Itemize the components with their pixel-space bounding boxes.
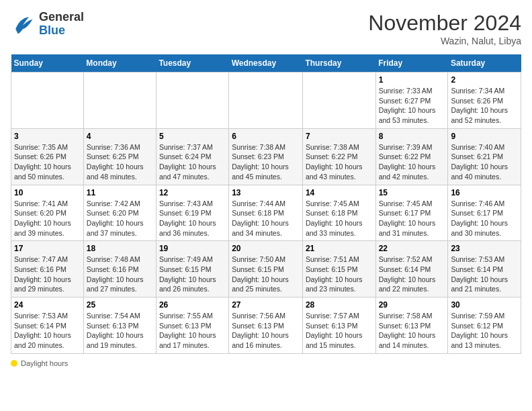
day-cell: 14Sunrise: 7:45 AM Sunset: 6:18 PM Dayli…: [302, 185, 375, 241]
day-cell: 15Sunrise: 7:45 AM Sunset: 6:17 PM Dayli…: [375, 185, 448, 241]
legend-daylight: Daylight hours: [11, 359, 68, 367]
day-cell: 27Sunrise: 7:56 AM Sunset: 6:13 PM Dayli…: [229, 298, 303, 354]
day-number: 14: [306, 188, 373, 197]
logo-icon: [11, 12, 35, 36]
day-header-monday: Monday: [83, 54, 156, 73]
day-cell: 21Sunrise: 7:51 AM Sunset: 6:15 PM Dayli…: [302, 241, 375, 298]
day-number: 11: [87, 188, 153, 197]
day-number: 21: [306, 244, 373, 253]
day-cell: 29Sunrise: 7:58 AM Sunset: 6:13 PM Dayli…: [375, 298, 448, 354]
day-number: 16: [451, 188, 518, 197]
day-number: 4: [87, 132, 153, 141]
legend-dot-daylight: [11, 360, 17, 367]
day-cell: 6Sunrise: 7:38 AM Sunset: 6:23 PM Daylig…: [229, 128, 303, 185]
day-cell: 9Sunrise: 7:40 AM Sunset: 6:21 PM Daylig…: [448, 128, 521, 185]
day-info: Sunrise: 7:45 AM Sunset: 6:17 PM Dayligh…: [379, 199, 445, 238]
day-info: Sunrise: 7:36 AM Sunset: 6:25 PM Dayligh…: [87, 142, 153, 182]
day-number: 26: [159, 300, 226, 310]
day-header-saturday: Saturday: [448, 54, 521, 73]
day-number: 23: [451, 244, 518, 253]
day-cell: 3Sunrise: 7:35 AM Sunset: 6:26 PM Daylig…: [11, 128, 84, 185]
day-number: 29: [379, 300, 445, 310]
day-number: 17: [14, 244, 81, 253]
day-number: 12: [159, 188, 226, 197]
day-header-tuesday: Tuesday: [156, 54, 228, 73]
day-cell: [302, 73, 375, 129]
week-row-3: 10Sunrise: 7:41 AM Sunset: 6:20 PM Dayli…: [11, 185, 521, 241]
day-info: Sunrise: 7:48 AM Sunset: 6:16 PM Dayligh…: [87, 255, 153, 294]
day-header-sunday: Sunday: [11, 54, 84, 73]
day-cell: 13Sunrise: 7:44 AM Sunset: 6:18 PM Dayli…: [229, 185, 303, 241]
day-cell: 28Sunrise: 7:57 AM Sunset: 6:13 PM Dayli…: [302, 298, 375, 354]
header-row: SundayMondayTuesdayWednesdayThursdayFrid…: [11, 54, 521, 73]
week-row-5: 24Sunrise: 7:53 AM Sunset: 6:14 PM Dayli…: [11, 298, 521, 354]
month-title: November 2024: [368, 11, 521, 36]
day-cell: 7Sunrise: 7:38 AM Sunset: 6:22 PM Daylig…: [302, 128, 375, 185]
day-number: 2: [451, 75, 518, 85]
title-block: November 2024 Wazin, Nalut, Libya: [368, 11, 521, 46]
day-cell: 18Sunrise: 7:48 AM Sunset: 6:16 PM Dayli…: [83, 241, 156, 298]
day-info: Sunrise: 7:47 AM Sunset: 6:16 PM Dayligh…: [14, 255, 81, 294]
day-cell: 24Sunrise: 7:53 AM Sunset: 6:14 PM Dayli…: [11, 298, 84, 354]
day-number: 15: [379, 188, 445, 197]
day-header-thursday: Thursday: [302, 54, 375, 73]
day-number: 13: [232, 188, 300, 197]
day-cell: 25Sunrise: 7:54 AM Sunset: 6:13 PM Dayli…: [83, 298, 156, 354]
day-info: Sunrise: 7:59 AM Sunset: 6:12 PM Dayligh…: [451, 311, 518, 351]
day-number: 30: [451, 300, 518, 310]
day-cell: 10Sunrise: 7:41 AM Sunset: 6:20 PM Dayli…: [11, 185, 84, 241]
day-number: 27: [232, 300, 300, 310]
day-number: 9: [451, 132, 518, 141]
day-cell: 8Sunrise: 7:39 AM Sunset: 6:22 PM Daylig…: [375, 128, 448, 185]
day-info: Sunrise: 7:38 AM Sunset: 6:22 PM Dayligh…: [306, 142, 373, 182]
day-info: Sunrise: 7:38 AM Sunset: 6:23 PM Dayligh…: [232, 142, 300, 182]
day-info: Sunrise: 7:34 AM Sunset: 6:26 PM Dayligh…: [451, 86, 518, 126]
day-number: 10: [14, 188, 81, 197]
day-info: Sunrise: 7:41 AM Sunset: 6:20 PM Dayligh…: [14, 199, 81, 238]
day-number: 25: [87, 300, 153, 310]
day-cell: 16Sunrise: 7:46 AM Sunset: 6:17 PM Dayli…: [448, 185, 521, 241]
day-cell: [83, 73, 156, 129]
week-row-4: 17Sunrise: 7:47 AM Sunset: 6:16 PM Dayli…: [11, 241, 521, 298]
day-info: Sunrise: 7:37 AM Sunset: 6:24 PM Dayligh…: [159, 142, 226, 182]
day-info: Sunrise: 7:44 AM Sunset: 6:18 PM Dayligh…: [232, 199, 300, 238]
day-cell: 22Sunrise: 7:52 AM Sunset: 6:14 PM Dayli…: [375, 241, 448, 298]
day-info: Sunrise: 7:53 AM Sunset: 6:14 PM Dayligh…: [14, 311, 81, 351]
day-info: Sunrise: 7:43 AM Sunset: 6:19 PM Dayligh…: [159, 199, 226, 238]
day-cell: 19Sunrise: 7:49 AM Sunset: 6:15 PM Dayli…: [156, 241, 228, 298]
day-info: Sunrise: 7:40 AM Sunset: 6:21 PM Dayligh…: [451, 142, 518, 182]
day-number: 3: [14, 132, 81, 141]
day-number: 18: [87, 244, 153, 253]
day-info: Sunrise: 7:33 AM Sunset: 6:27 PM Dayligh…: [379, 86, 445, 126]
day-info: Sunrise: 7:35 AM Sunset: 6:26 PM Dayligh…: [14, 142, 81, 182]
day-cell: 30Sunrise: 7:59 AM Sunset: 6:12 PM Dayli…: [448, 298, 521, 354]
day-info: Sunrise: 7:55 AM Sunset: 6:13 PM Dayligh…: [159, 311, 226, 351]
calendar-table: SundayMondayTuesdayWednesdayThursdayFrid…: [11, 54, 521, 354]
day-info: Sunrise: 7:57 AM Sunset: 6:13 PM Dayligh…: [306, 311, 373, 351]
logo: General Blue: [11, 11, 84, 38]
day-info: Sunrise: 7:49 AM Sunset: 6:15 PM Dayligh…: [159, 255, 226, 294]
day-cell: 12Sunrise: 7:43 AM Sunset: 6:19 PM Dayli…: [156, 185, 228, 241]
day-info: Sunrise: 7:42 AM Sunset: 6:20 PM Dayligh…: [87, 199, 153, 238]
day-number: 19: [159, 244, 226, 253]
day-info: Sunrise: 7:56 AM Sunset: 6:13 PM Dayligh…: [232, 311, 300, 351]
day-cell: 1Sunrise: 7:33 AM Sunset: 6:27 PM Daylig…: [375, 73, 448, 129]
day-number: 5: [159, 132, 226, 141]
page-header: General Blue November 2024 Wazin, Nalut,…: [11, 11, 521, 46]
day-cell: [156, 73, 228, 129]
legend-daylight-label: Daylight hours: [21, 359, 68, 367]
day-number: 8: [379, 132, 445, 141]
day-cell: 23Sunrise: 7:53 AM Sunset: 6:14 PM Dayli…: [448, 241, 521, 298]
day-info: Sunrise: 7:50 AM Sunset: 6:15 PM Dayligh…: [232, 255, 300, 294]
day-cell: [229, 73, 303, 129]
day-number: 7: [306, 132, 373, 141]
week-row-1: 1Sunrise: 7:33 AM Sunset: 6:27 PM Daylig…: [11, 73, 521, 129]
day-info: Sunrise: 7:46 AM Sunset: 6:17 PM Dayligh…: [451, 199, 518, 238]
day-cell: [11, 73, 84, 129]
day-cell: 17Sunrise: 7:47 AM Sunset: 6:16 PM Dayli…: [11, 241, 84, 298]
day-info: Sunrise: 7:54 AM Sunset: 6:13 PM Dayligh…: [87, 311, 153, 351]
day-info: Sunrise: 7:58 AM Sunset: 6:13 PM Dayligh…: [379, 311, 445, 351]
day-number: 6: [232, 132, 300, 141]
day-info: Sunrise: 7:45 AM Sunset: 6:18 PM Dayligh…: [306, 199, 373, 238]
day-number: 20: [232, 244, 300, 253]
